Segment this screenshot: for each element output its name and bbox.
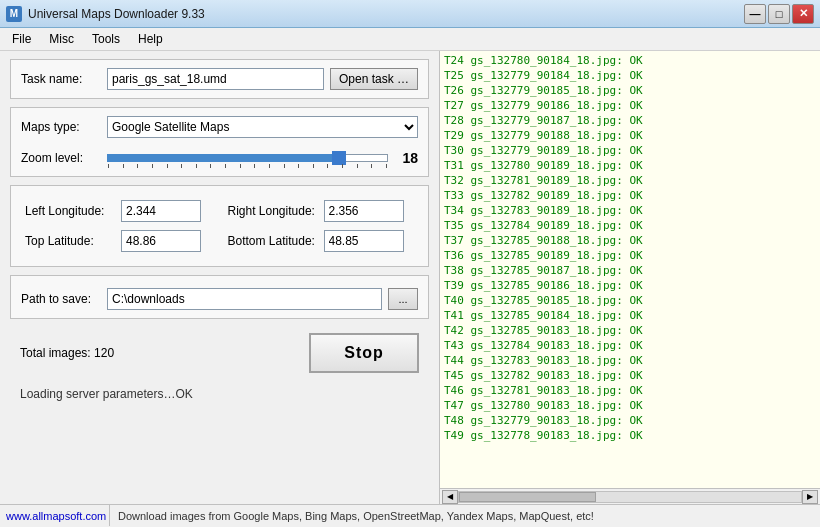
left-lon-row: Left Longitude: bbox=[25, 200, 212, 222]
log-line: T30 gs_132779_90189_18.jpg: OK bbox=[444, 143, 816, 158]
menu-help[interactable]: Help bbox=[130, 30, 171, 48]
right-lon-label: Right Longitude: bbox=[228, 204, 318, 218]
menu-bar: File Misc Tools Help bbox=[0, 28, 820, 51]
open-task-button[interactable]: Open task … bbox=[330, 68, 418, 90]
hscroll-track[interactable] bbox=[458, 491, 802, 503]
app-icon: M bbox=[6, 6, 22, 22]
log-line: T40 gs_132785_90185_18.jpg: OK bbox=[444, 293, 816, 308]
maps-type-select[interactable]: Google Satellite Maps bbox=[107, 116, 418, 138]
log-line: T31 gs_132780_90189_18.jpg: OK bbox=[444, 158, 816, 173]
log-line: T25 gs_132779_90184_18.jpg: OK bbox=[444, 68, 816, 83]
log-line: T38 gs_132785_90187_18.jpg: OK bbox=[444, 263, 816, 278]
log-line: T24 gs_132780_90184_18.jpg: OK bbox=[444, 53, 816, 68]
maximize-button[interactable]: □ bbox=[768, 4, 790, 24]
menu-tools[interactable]: Tools bbox=[84, 30, 128, 48]
menu-file[interactable]: File bbox=[4, 30, 39, 48]
top-lat-label: Top Latitude: bbox=[25, 234, 115, 248]
maps-section: Maps type: Google Satellite Maps Zoom le… bbox=[10, 107, 429, 177]
browse-button[interactable]: ... bbox=[388, 288, 418, 310]
bot-lat-row: Bottom Latitude: bbox=[228, 230, 415, 252]
coord-grid: Left Longitude: Right Longitude: Top Lat… bbox=[21, 194, 418, 258]
log-line: T45 gs_132782_90183_18.jpg: OK bbox=[444, 368, 816, 383]
task-section: Task name: Open task … bbox=[10, 59, 429, 99]
total-images: Total images: 120 bbox=[20, 346, 114, 360]
status-message: Download images from Google Maps, Bing M… bbox=[110, 510, 820, 522]
log-line: T46 gs_132781_90183_18.jpg: OK bbox=[444, 383, 816, 398]
title-bar: M Universal Maps Downloader 9.33 — □ ✕ bbox=[0, 0, 820, 28]
zoom-bar[interactable] bbox=[107, 150, 388, 166]
zoom-thumb[interactable] bbox=[332, 151, 346, 165]
right-lon-input[interactable] bbox=[324, 200, 404, 222]
minimize-button[interactable]: — bbox=[744, 4, 766, 24]
log-line: T49 gs_132778_90183_18.jpg: OK bbox=[444, 428, 816, 443]
log-line: T27 gs_132779_90186_18.jpg: OK bbox=[444, 98, 816, 113]
log-line: T37 gs_132785_90188_18.jpg: OK bbox=[444, 233, 816, 248]
log-panel[interactable]: T24 gs_132780_90184_18.jpg: OKT25 gs_132… bbox=[440, 51, 820, 488]
status-bar: www.allmapsoft.com Download images from … bbox=[0, 504, 820, 526]
log-line: T39 gs_132785_90186_18.jpg: OK bbox=[444, 278, 816, 293]
horizontal-scrollbar[interactable]: ◀ ▶ bbox=[440, 488, 820, 504]
log-line: T48 gs_132779_90183_18.jpg: OK bbox=[444, 413, 816, 428]
status-text: Loading server parameters…OK bbox=[10, 387, 429, 401]
path-row: Path to save: ... bbox=[21, 288, 418, 310]
top-lat-row: Top Latitude: bbox=[25, 230, 212, 252]
bot-lat-input[interactable] bbox=[324, 230, 404, 252]
hscroll-thumb[interactable] bbox=[459, 492, 596, 502]
log-line: T42 gs_132785_90183_18.jpg: OK bbox=[444, 323, 816, 338]
log-line: T26 gs_132779_90185_18.jpg: OK bbox=[444, 83, 816, 98]
log-line: T36 gs_132785_90189_18.jpg: OK bbox=[444, 248, 816, 263]
coordinates-section: Left Longitude: Right Longitude: Top Lat… bbox=[10, 185, 429, 267]
log-line: T29 gs_132779_90188_18.jpg: OK bbox=[444, 128, 816, 143]
bot-lat-label: Bottom Latitude: bbox=[228, 234, 318, 248]
path-label: Path to save: bbox=[21, 292, 101, 306]
task-label: Task name: bbox=[21, 72, 101, 86]
bottom-area: Total images: 120 Stop bbox=[10, 327, 429, 377]
window-controls: — □ ✕ bbox=[744, 4, 814, 24]
log-line: T33 gs_132782_90189_18.jpg: OK bbox=[444, 188, 816, 203]
zoom-label: Zoom level: bbox=[21, 151, 101, 165]
task-input[interactable] bbox=[107, 68, 324, 90]
log-line: T35 gs_132784_90189_18.jpg: OK bbox=[444, 218, 816, 233]
hscroll-left-btn[interactable]: ◀ bbox=[442, 490, 458, 504]
hscroll-right-btn[interactable]: ▶ bbox=[802, 490, 818, 504]
log-line: T32 gs_132781_90189_18.jpg: OK bbox=[444, 173, 816, 188]
log-line: T41 gs_132785_90184_18.jpg: OK bbox=[444, 308, 816, 323]
right-lon-row: Right Longitude: bbox=[228, 200, 415, 222]
left-lon-input[interactable] bbox=[121, 200, 201, 222]
task-row: Task name: Open task … bbox=[21, 68, 418, 90]
left-panel: Task name: Open task … Maps type: Google… bbox=[0, 51, 440, 504]
log-line: T47 gs_132780_90183_18.jpg: OK bbox=[444, 398, 816, 413]
menu-misc[interactable]: Misc bbox=[41, 30, 82, 48]
zoom-row: Zoom level: bbox=[21, 148, 418, 168]
zoom-ticks bbox=[107, 164, 388, 168]
zoom-track[interactable] bbox=[107, 148, 388, 168]
log-line: T43 gs_132784_90183_18.jpg: OK bbox=[444, 338, 816, 353]
log-line: T34 gs_132783_90189_18.jpg: OK bbox=[444, 203, 816, 218]
zoom-value: 18 bbox=[394, 150, 418, 166]
main-content: Task name: Open task … Maps type: Google… bbox=[0, 51, 820, 504]
top-lat-input[interactable] bbox=[121, 230, 201, 252]
path-input[interactable] bbox=[107, 288, 382, 310]
stop-button[interactable]: Stop bbox=[309, 333, 419, 373]
window-title: Universal Maps Downloader 9.33 bbox=[28, 7, 738, 21]
status-website: www.allmapsoft.com bbox=[0, 505, 110, 526]
close-button[interactable]: ✕ bbox=[792, 4, 814, 24]
log-line: T28 gs_132779_90187_18.jpg: OK bbox=[444, 113, 816, 128]
zoom-fill bbox=[107, 154, 337, 162]
maps-type-row: Maps type: Google Satellite Maps bbox=[21, 116, 418, 138]
left-lon-label: Left Longitude: bbox=[25, 204, 115, 218]
log-line: T44 gs_132783_90183_18.jpg: OK bbox=[444, 353, 816, 368]
path-section: Path to save: ... bbox=[10, 275, 429, 319]
maps-label: Maps type: bbox=[21, 120, 101, 134]
